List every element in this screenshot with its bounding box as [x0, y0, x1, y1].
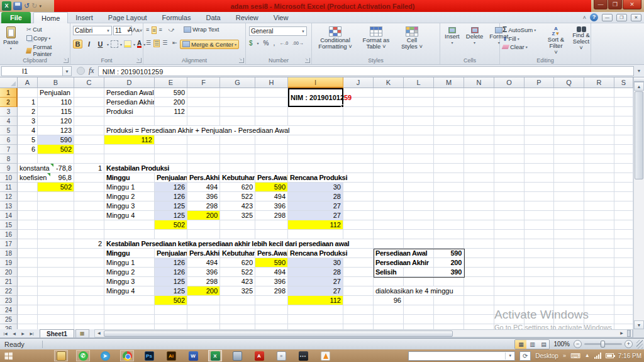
cell[interactable] — [614, 277, 633, 286]
workbook-minimize-icon[interactable]: — — [602, 14, 613, 21]
cell[interactable] — [494, 220, 525, 230]
cell[interactable] — [38, 192, 74, 201]
cell[interactable] — [494, 164, 525, 173]
cell[interactable] — [404, 315, 434, 324]
cell[interactable] — [584, 239, 614, 249]
row-header-7[interactable]: 7 — [0, 145, 18, 154]
sheet-tab-sheet1[interactable]: Sheet1 — [40, 329, 74, 337]
cell[interactable] — [255, 88, 288, 98]
cell[interactable] — [404, 88, 434, 98]
cell-I13[interactable]: 27 — [288, 201, 343, 211]
cell[interactable] — [187, 305, 220, 315]
cell-E22[interactable]: 125 — [155, 286, 187, 296]
row-header-5[interactable]: 5 — [0, 126, 18, 135]
cell[interactable] — [584, 286, 614, 296]
fill-button[interactable]: ⬇ Fill ▾ — [502, 35, 536, 42]
cell[interactable] — [74, 286, 104, 296]
insert-worksheet-icon[interactable]: ▦ — [75, 329, 89, 337]
cell[interactable] — [374, 211, 404, 220]
cell[interactable] — [74, 249, 104, 258]
cell[interactable] — [525, 164, 554, 173]
cell[interactable] — [343, 154, 374, 164]
cell[interactable] — [584, 183, 614, 192]
cell[interactable] — [554, 268, 584, 277]
cell[interactable] — [614, 116, 633, 126]
cell[interactable] — [494, 192, 525, 201]
illustrator-icon[interactable]: Ai — [164, 350, 178, 361]
cell[interactable] — [343, 268, 374, 277]
cell[interactable] — [288, 154, 343, 164]
cell[interactable] — [614, 98, 633, 107]
cell[interactable] — [374, 201, 404, 211]
cell[interactable] — [74, 183, 104, 192]
cell[interactable] — [525, 277, 554, 286]
font-name-combo[interactable]: Calibri▼ — [73, 26, 112, 35]
row-header-3[interactable]: 3 — [0, 107, 18, 116]
cell[interactable] — [464, 296, 494, 305]
cell[interactable] — [18, 268, 38, 277]
font-color-icon[interactable]: A — [137, 40, 142, 48]
cell[interactable] — [525, 126, 554, 135]
cell-C17[interactable]: 2 — [74, 239, 104, 249]
cell-F22[interactable]: 200 — [187, 286, 220, 296]
cell-B3[interactable]: 115 — [38, 107, 74, 116]
cell[interactable] — [464, 230, 494, 239]
format-as-table-button[interactable]: Format as Table ˅ — [360, 25, 392, 51]
cell[interactable] — [434, 296, 464, 305]
cell[interactable] — [464, 239, 494, 249]
column-header-E[interactable]: E — [155, 77, 187, 88]
cell[interactable] — [374, 126, 404, 135]
cell[interactable] — [255, 220, 288, 230]
cell-B11[interactable]: 502 — [38, 183, 74, 192]
cell[interactable] — [494, 277, 525, 286]
cell[interactable] — [434, 305, 464, 315]
cell[interactable] — [343, 324, 374, 329]
column-header-D[interactable]: D — [104, 77, 155, 88]
cell[interactable] — [584, 324, 614, 329]
cell[interactable] — [584, 258, 614, 268]
cell[interactable] — [374, 239, 404, 249]
cell[interactable] — [434, 192, 464, 201]
cell-D1[interactable]: Persedian Awal — [104, 88, 155, 98]
cell[interactable] — [104, 220, 155, 230]
cell-A9[interactable]: konstanta — [18, 164, 38, 173]
calculator-icon[interactable] — [230, 350, 244, 361]
cell[interactable] — [374, 164, 404, 173]
cell[interactable] — [494, 239, 525, 249]
cell[interactable] — [614, 183, 633, 192]
row-header-9[interactable]: 9 — [0, 164, 18, 173]
cell[interactable] — [434, 315, 464, 324]
cell[interactable] — [525, 286, 554, 296]
file-explorer-icon[interactable] — [54, 350, 68, 361]
cell[interactable] — [434, 211, 464, 220]
cell[interactable] — [404, 135, 434, 145]
cell[interactable] — [343, 277, 374, 286]
cell[interactable] — [554, 211, 584, 220]
cell[interactable] — [434, 164, 464, 173]
cell-F10[interactable]: Pers.Akhir — [187, 173, 220, 183]
cell[interactable] — [494, 249, 525, 258]
cell[interactable] — [464, 164, 494, 173]
row-header-26[interactable]: 26 — [0, 324, 18, 329]
cell[interactable] — [464, 324, 494, 329]
cell-E11[interactable]: 126 — [155, 183, 187, 192]
column-header-M[interactable]: M — [434, 77, 464, 88]
cell-E3[interactable]: 112 — [155, 107, 187, 116]
cell[interactable] — [18, 258, 38, 268]
cell[interactable] — [288, 324, 343, 329]
cell-E13[interactable]: 125 — [155, 201, 187, 211]
cell[interactable] — [554, 107, 584, 116]
close-button[interactable]: ✕ — [623, 0, 641, 9]
cell[interactable] — [18, 220, 38, 230]
cell[interactable] — [434, 239, 464, 249]
column-header-I[interactable]: I — [288, 77, 343, 88]
cell[interactable] — [584, 315, 614, 324]
row-header-19[interactable]: 19 — [0, 258, 18, 268]
row-header-24[interactable]: 24 — [0, 305, 18, 315]
cell[interactable] — [494, 305, 525, 315]
expand-formula-bar-icon[interactable]: ▼ — [634, 69, 644, 73]
cell[interactable] — [525, 239, 554, 249]
cell[interactable] — [374, 305, 404, 315]
cell[interactable] — [464, 249, 494, 258]
tab-insert[interactable]: Insert — [68, 12, 101, 23]
